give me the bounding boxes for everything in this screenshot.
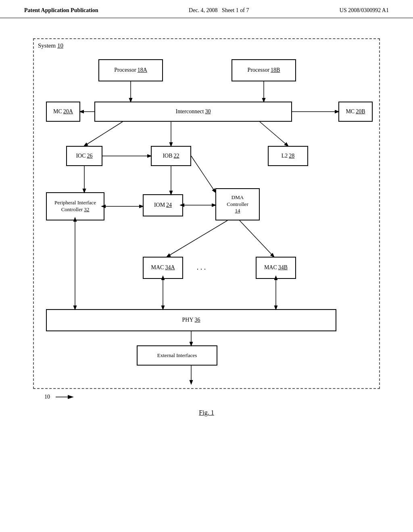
svg-line-4: [84, 122, 123, 146]
system-boundary: System 10 Processor 18A Processor 18B MC…: [33, 38, 380, 389]
block-mac34a: MAC 34A: [143, 257, 183, 279]
block-proc18a: Processor 18A: [98, 59, 163, 81]
block-mc20a: MC 20A: [46, 102, 80, 122]
svg-marker-22: [68, 395, 74, 399]
publication-date: Dec. 4, 2008 Sheet 1 of 7: [189, 7, 249, 14]
main-content: System 10 Processor 18A Processor 18B MC…: [0, 18, 413, 428]
block-interconnect30: Interconnect 30: [94, 102, 292, 122]
svg-line-6: [260, 122, 288, 146]
page-header: Patent Application Publication Dec. 4, 2…: [0, 0, 413, 18]
patent-number: US 2008/0300992 A1: [340, 7, 389, 14]
callout-label: 10: [44, 391, 389, 403]
callout-arrow: [52, 391, 76, 403]
block-mac34b: MAC 34B: [256, 257, 296, 279]
block-phy36: PHY 36: [46, 309, 336, 331]
block-dma14: DMAController14: [215, 188, 260, 220]
block-l228: L2 28: [268, 146, 308, 166]
svg-line-14: [240, 220, 274, 257]
publication-type: Patent Application Publication: [24, 7, 98, 14]
system-label: System 10: [38, 42, 63, 49]
block-iob22: IOB 22: [151, 146, 191, 166]
block-ioc26: IOC 26: [66, 146, 102, 166]
caption-text: Fig. 1: [199, 409, 214, 416]
block-pic32: Peripheral InterfaceController 32: [46, 192, 104, 220]
svg-line-13: [167, 220, 227, 257]
svg-text:. . .: . . .: [197, 263, 206, 271]
block-iom24: IOM 24: [143, 194, 183, 216]
svg-line-10: [191, 156, 215, 192]
block-ext-interfaces: External Interfaces: [137, 345, 217, 366]
figure-caption: Fig. 1: [24, 409, 389, 416]
block-mc20b: MC 20B: [338, 102, 373, 122]
block-proc18b: Processor 18B: [232, 59, 296, 81]
